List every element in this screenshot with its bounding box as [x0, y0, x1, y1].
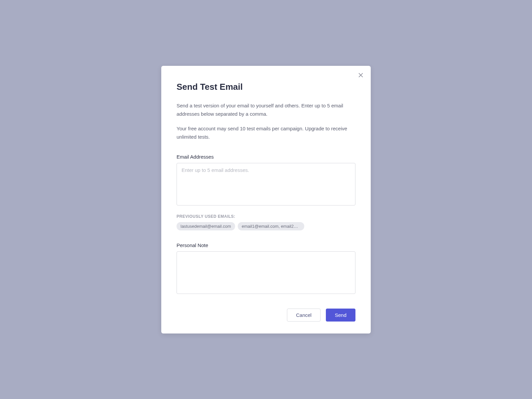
- email-chip[interactable]: lastusedemail@email.com: [177, 222, 235, 230]
- send-button[interactable]: Send: [326, 309, 355, 322]
- email-chips-container: lastusedemail@email.com email1@email.com…: [177, 222, 355, 230]
- send-test-email-modal: Send Test Email Send a test version of y…: [161, 66, 371, 333]
- email-chip[interactable]: email1@email.com, email2@em…: [238, 222, 304, 230]
- personal-note-input[interactable]: [177, 251, 355, 294]
- cancel-button[interactable]: Cancel: [287, 309, 321, 322]
- modal-description-2: Your free account may send 10 test email…: [177, 124, 355, 141]
- personal-note-label: Personal Note: [177, 242, 355, 248]
- previously-used-label: PREVIOUSLY USED EMAILS:: [177, 214, 355, 219]
- email-addresses-label: Email Addresses: [177, 154, 355, 160]
- email-addresses-input[interactable]: [177, 163, 355, 205]
- modal-title: Send Test Email: [177, 82, 355, 92]
- close-button[interactable]: [357, 71, 365, 79]
- modal-footer: Cancel Send: [177, 309, 355, 322]
- close-icon: [357, 72, 364, 78]
- modal-description-1: Send a test version of your email to you…: [177, 101, 355, 118]
